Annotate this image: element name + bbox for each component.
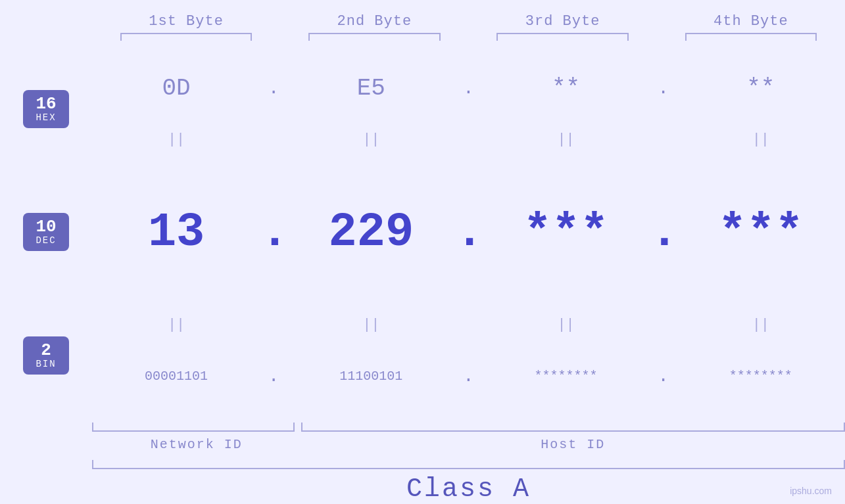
bracket-cell-2	[280, 33, 468, 41]
eq1-cell4: ||	[677, 131, 845, 148]
watermark: ipshu.com	[790, 486, 832, 496]
dec-dot3: .	[650, 206, 677, 260]
hex-byte1-value: 0D	[162, 75, 191, 102]
bin-badge: 2 BIN	[23, 336, 69, 375]
bottom-section: Network ID Host ID	[92, 423, 845, 452]
byte-labels-row: 1st Byte 2nd Byte 3rd Byte 4th Byte	[92, 13, 845, 30]
eq1-cell3: ||	[482, 131, 650, 148]
host-id-bracket	[301, 423, 845, 432]
hex-byte1-cell: 0D	[92, 75, 260, 102]
hex-dot3: .	[650, 78, 677, 99]
id-brackets-container	[92, 423, 845, 432]
dec-num: 10	[32, 218, 60, 235]
dec-byte1-value: 13	[148, 206, 205, 260]
dec-badge: 10 DEC	[23, 213, 69, 251]
hex-name: HEX	[32, 112, 60, 123]
bin-dot3: .	[650, 366, 677, 386]
equals-row-1: || || || ||	[92, 130, 845, 150]
bin-byte2-cell: 11100101	[287, 369, 455, 384]
dec-dot2: .	[456, 206, 482, 260]
hex-byte2-value: E5	[357, 75, 385, 102]
dec-dot1: .	[260, 206, 287, 260]
eq2-cell2: ||	[287, 317, 455, 333]
bin-byte3-value: ********	[535, 369, 598, 384]
hex-byte2-cell: E5	[287, 75, 455, 102]
dec-byte4-cell: ***	[677, 206, 845, 260]
bin-num: 2	[32, 342, 60, 359]
eq1-cell1: ||	[92, 131, 260, 148]
bin-dot1: .	[260, 366, 287, 386]
bracket-line-4	[685, 33, 817, 41]
eq2-cell4: ||	[677, 317, 845, 333]
hex-byte4-cell: **	[677, 75, 845, 102]
hex-byte3-cell: **	[482, 75, 650, 102]
hex-byte3-value: **	[552, 75, 580, 102]
dec-byte1-cell: 13	[92, 206, 260, 260]
network-id-bracket	[92, 423, 295, 432]
hex-num: 16	[32, 95, 60, 112]
bracket-line-1	[120, 33, 252, 41]
bracket-line-3	[496, 33, 628, 41]
bracket-cell-1	[92, 33, 280, 41]
byte3-label: 3rd Byte	[469, 13, 657, 30]
bin-byte3-cell: ********	[482, 369, 650, 384]
overall-bracket	[92, 460, 845, 469]
overall-bracket-row: Class A	[92, 460, 845, 504]
dec-row: 13 . 229 . *** . ***	[92, 150, 845, 315]
dec-byte3-value: ***	[523, 206, 609, 260]
bin-dot2: .	[456, 366, 482, 386]
bin-byte1-cell: 00001101	[92, 369, 260, 384]
dec-byte2-value: 229	[329, 206, 414, 260]
bracket-line-2	[308, 33, 440, 41]
byte2-label: 2nd Byte	[280, 13, 468, 30]
dec-byte2-cell: 229	[287, 206, 455, 260]
byte4-label: 4th Byte	[657, 13, 845, 30]
hex-byte4-value: **	[746, 75, 775, 102]
main-container: 1st Byte 2nd Byte 3rd Byte 4th Byte 16 H…	[0, 0, 845, 504]
class-label: Class A	[92, 474, 845, 504]
hex-dot1: .	[260, 78, 287, 99]
hex-badge: 16 HEX	[23, 90, 69, 128]
top-brackets-row	[92, 33, 845, 41]
equals-row-2: || || || ||	[92, 315, 845, 334]
eq1-cell2: ||	[287, 131, 455, 148]
bin-row: 00001101 . 11100101 . ******** . *******…	[92, 334, 845, 417]
byte-grid: 0D . E5 . ** . ** || ||	[92, 47, 845, 417]
bin-name: BIN	[32, 359, 60, 369]
host-id-label: Host ID	[301, 437, 845, 452]
bracket-cell-4	[657, 33, 845, 41]
eq2-cell3: ||	[482, 317, 650, 333]
dec-byte4-value: ***	[718, 206, 804, 260]
network-id-label: Network ID	[92, 437, 301, 452]
id-labels-row: Network ID Host ID	[92, 437, 845, 452]
bin-byte4-value: ********	[729, 369, 792, 384]
dec-byte3-cell: ***	[482, 206, 650, 260]
hex-row: 0D . E5 . ** . **	[92, 47, 845, 130]
bin-byte1-value: 00001101	[145, 369, 208, 384]
content-area: 16 HEX 10 DEC 2 BIN 0D . E5	[0, 47, 845, 417]
byte1-label: 1st Byte	[92, 13, 280, 30]
eq2-cell1: ||	[92, 317, 260, 333]
hex-dot2: .	[456, 78, 482, 99]
bin-byte4-cell: ********	[677, 369, 845, 384]
dec-name: DEC	[32, 235, 60, 246]
base-labels: 16 HEX 10 DEC 2 BIN	[0, 47, 92, 417]
bracket-cell-3	[469, 33, 657, 41]
bin-byte2-value: 11100101	[339, 369, 402, 384]
